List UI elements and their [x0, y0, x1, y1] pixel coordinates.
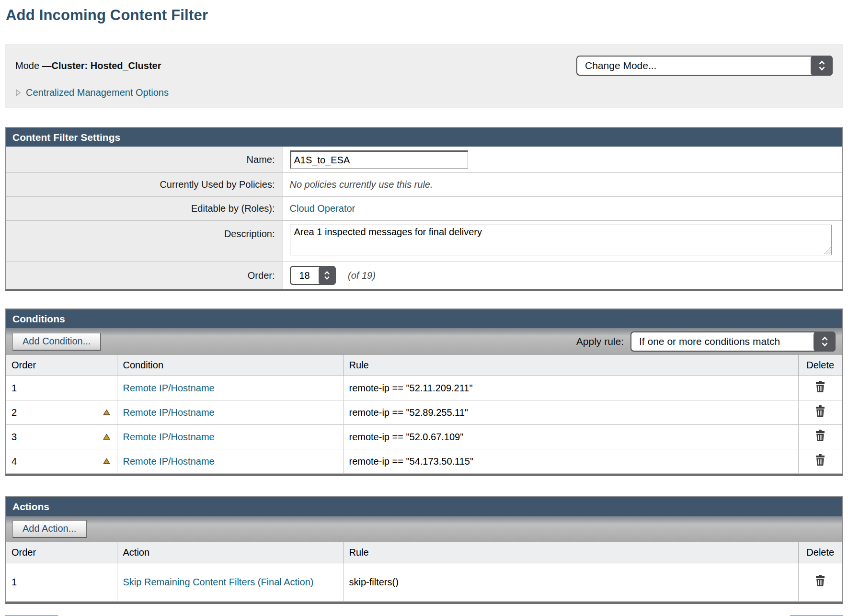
order-row: Order: 18 (of 19) — [6, 262, 842, 289]
change-mode-selected-value: Change Mode... — [585, 60, 656, 71]
mode-label: Mode — [15, 60, 42, 71]
page-title: Add Incoming Content Filter — [6, 7, 848, 24]
content-filter-settings-panel: Content Filter Settings Name: Currently … — [5, 127, 843, 291]
description-row: Description: Area 1 inspected messages f… — [6, 221, 842, 262]
order-label: Order: — [6, 262, 283, 289]
move-up-icon[interactable] — [103, 410, 110, 416]
apply-rule-label: Apply rule: — [576, 336, 624, 347]
editable-roles-link[interactable]: Cloud Operator — [290, 203, 355, 214]
column-header-rule: Rule — [343, 542, 798, 563]
action-rule: skip-filters() — [343, 563, 798, 601]
centralized-management-options-link[interactable]: Centralized Management Options — [26, 87, 169, 98]
settings-header: Content Filter Settings — [6, 128, 842, 147]
condition-order: 3 — [11, 432, 17, 442]
condition-rule: remote-ip == "52.11.209.211" — [343, 376, 798, 400]
mode-value: —Cluster: Hosted_Cluster — [42, 60, 161, 71]
conditions-header-row: Order Condition Rule Delete — [6, 355, 842, 376]
condition-link[interactable]: Remote IP/Hostname — [123, 456, 215, 467]
name-input[interactable] — [290, 150, 468, 169]
condition-rule: remote-ip == "52.89.255.11" — [343, 400, 798, 425]
column-header-delete: Delete — [798, 542, 842, 563]
trash-icon[interactable] — [815, 575, 825, 587]
table-row: 3 Remote IP/Hostname remote-ip == "52.0.… — [6, 425, 842, 449]
name-row: Name: — [6, 147, 842, 173]
order-selected-value: 18 — [299, 270, 310, 281]
condition-order: 2 — [11, 407, 17, 418]
actions-panel: Actions Add Action... Order Action Rule … — [5, 496, 843, 604]
move-up-icon[interactable] — [103, 434, 110, 440]
column-header-order: Order — [6, 542, 117, 563]
order-total: (of 19) — [348, 270, 376, 281]
editable-label: Editable by (Roles): — [6, 197, 283, 221]
column-header-rule: Rule — [343, 355, 798, 376]
mode-text: Mode —Cluster: Hosted_Cluster — [15, 60, 161, 71]
table-row: 1 Skip Remaining Content Filters (Final … — [6, 563, 842, 601]
actions-header-row: Order Action Rule Delete — [6, 542, 842, 563]
apply-rule-select[interactable]: If one or more conditions match — [630, 331, 836, 352]
column-header-order: Order — [6, 355, 117, 376]
condition-link[interactable]: Remote IP/Hostname — [123, 383, 215, 393]
order-select[interactable]: 18 — [290, 266, 336, 285]
column-header-condition: Condition — [117, 355, 343, 376]
description-textarea[interactable]: Area 1 inspected messages for final deli… — [290, 225, 832, 255]
table-row: 1 Remote IP/Hostname remote-ip == "52.11… — [6, 376, 842, 400]
policies-row: Currently Used by Policies: No policies … — [6, 173, 842, 197]
editable-row: Editable by (Roles): Cloud Operator — [6, 197, 842, 221]
description-label: Description: — [6, 221, 283, 262]
trash-icon[interactable] — [815, 430, 825, 442]
mode-box: Mode —Cluster: Hosted_Cluster Change Mod… — [5, 44, 843, 108]
trash-icon[interactable] — [815, 454, 825, 466]
select-stepper-icon — [811, 56, 833, 76]
textarea-resize-grip[interactable] — [824, 247, 831, 254]
select-stepper-icon — [319, 266, 336, 285]
name-label: Name: — [6, 147, 283, 173]
conditions-header: Conditions — [6, 309, 842, 328]
column-header-delete: Delete — [798, 355, 842, 376]
column-header-action: Action — [117, 542, 343, 563]
table-row: 4 Remote IP/Hostname remote-ip == "54.17… — [6, 449, 842, 474]
policies-label: Currently Used by Policies: — [6, 173, 283, 197]
condition-link[interactable]: Remote IP/Hostname — [123, 407, 215, 418]
trash-icon[interactable] — [815, 405, 825, 417]
condition-rule: remote-ip == "52.0.67.109" — [343, 425, 798, 449]
actions-header: Actions — [6, 497, 842, 516]
conditions-panel: Conditions Add Condition... Apply rule: … — [5, 308, 843, 476]
add-action-button[interactable]: Add Action... — [12, 520, 87, 538]
condition-order: 4 — [11, 456, 17, 467]
disclosure-triangle-icon[interactable] — [15, 89, 21, 97]
trash-icon[interactable] — [815, 381, 825, 393]
action-link[interactable]: Skip Remaining Content Filters (Final Ac… — [123, 577, 314, 587]
policies-value: No policies currently use this rule. — [290, 179, 433, 190]
add-condition-button[interactable]: Add Condition... — [12, 333, 101, 351]
select-stepper-icon — [814, 331, 836, 352]
change-mode-select[interactable]: Change Mode... — [576, 56, 833, 76]
condition-rule: remote-ip == "54.173.50.115" — [343, 449, 798, 474]
condition-order: 1 — [11, 383, 17, 393]
apply-rule-selected-value: If one or more conditions match — [639, 336, 780, 347]
condition-link[interactable]: Remote IP/Hostname — [123, 432, 215, 442]
action-order: 1 — [11, 577, 17, 587]
move-up-icon[interactable] — [103, 458, 110, 465]
table-row: 2 Remote IP/Hostname remote-ip == "52.89… — [6, 400, 842, 425]
